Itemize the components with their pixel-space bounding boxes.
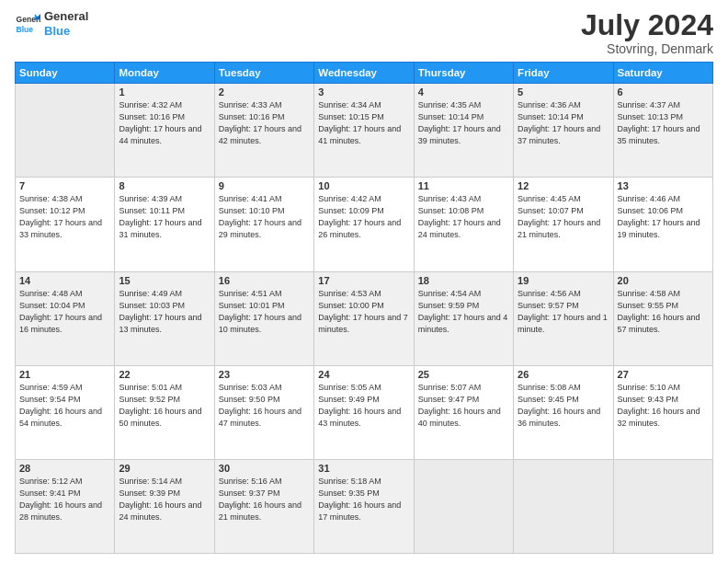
day-number: 26 — [518, 369, 609, 380]
calendar-cell: 14Sunrise: 4:48 AMSunset: 10:04 PMDaylig… — [16, 271, 115, 365]
weekday-header: Friday — [514, 63, 613, 84]
calendar-cell: 6Sunrise: 4:37 AMSunset: 10:13 PMDayligh… — [613, 84, 712, 178]
day-number: 2 — [219, 86, 310, 98]
month-title: July 2024 — [581, 9, 713, 41]
day-info: Sunrise: 4:53 AMSunset: 10:00 PMDaylight… — [318, 288, 409, 336]
day-info: Sunrise: 4:54 AMSunset: 9:59 PMDaylight:… — [418, 288, 509, 336]
calendar-cell: 31Sunrise: 5:18 AMSunset: 9:35 PMDayligh… — [314, 459, 414, 553]
day-number: 23 — [219, 369, 310, 380]
calendar-cell: 18Sunrise: 4:54 AMSunset: 9:59 PMDayligh… — [414, 271, 513, 365]
day-info: Sunrise: 4:49 AMSunset: 10:03 PMDaylight… — [119, 288, 210, 336]
day-number: 8 — [119, 180, 210, 191]
day-number: 9 — [219, 180, 310, 191]
day-info: Sunrise: 5:14 AMSunset: 9:39 PMDaylight:… — [119, 476, 210, 523]
calendar-cell: 26Sunrise: 5:08 AMSunset: 9:45 PMDayligh… — [514, 365, 613, 459]
day-info: Sunrise: 5:12 AMSunset: 9:41 PMDaylight:… — [19, 476, 110, 523]
logo-general: General — [44, 9, 88, 24]
weekday-header: Sunday — [16, 63, 115, 84]
day-info: Sunrise: 5:18 AMSunset: 9:35 PMDaylight:… — [318, 476, 409, 523]
calendar-cell: 3Sunrise: 4:34 AMSunset: 10:15 PMDayligh… — [314, 84, 414, 178]
calendar-cell: 4Sunrise: 4:35 AMSunset: 10:14 PMDayligh… — [414, 84, 513, 178]
day-number: 6 — [618, 86, 709, 98]
calendar-cell: 20Sunrise: 4:58 AMSunset: 9:55 PMDayligh… — [613, 271, 712, 365]
calendar-cell: 25Sunrise: 5:07 AMSunset: 9:47 PMDayligh… — [414, 365, 513, 459]
day-number: 12 — [518, 180, 609, 191]
day-info: Sunrise: 4:35 AMSunset: 10:14 PMDaylight… — [418, 99, 509, 147]
page: General Blue General Blue July 2024 Stov… — [0, 0, 728, 563]
weekday-header: Saturday — [613, 63, 712, 84]
calendar-cell: 9Sunrise: 4:41 AMSunset: 10:10 PMDayligh… — [214, 178, 313, 271]
day-number: 21 — [19, 369, 110, 380]
day-info: Sunrise: 4:42 AMSunset: 10:09 PMDaylight… — [318, 193, 409, 241]
calendar-cell: 29Sunrise: 5:14 AMSunset: 9:39 PMDayligh… — [115, 459, 214, 553]
calendar-cell: 23Sunrise: 5:03 AMSunset: 9:50 PMDayligh… — [214, 365, 313, 459]
weekday-header: Tuesday — [214, 63, 313, 84]
day-number: 31 — [318, 463, 409, 474]
day-info: Sunrise: 5:05 AMSunset: 9:49 PMDaylight:… — [318, 382, 409, 430]
day-info: Sunrise: 5:08 AMSunset: 9:45 PMDaylight:… — [518, 382, 609, 430]
day-number: 22 — [119, 369, 210, 380]
day-number: 14 — [19, 275, 110, 286]
day-info: Sunrise: 4:36 AMSunset: 10:14 PMDaylight… — [518, 99, 609, 147]
day-number: 4 — [418, 86, 509, 98]
day-info: Sunrise: 4:58 AMSunset: 9:55 PMDaylight:… — [618, 288, 709, 336]
day-number: 28 — [19, 463, 110, 474]
day-number: 25 — [418, 369, 509, 380]
calendar-cell — [414, 459, 513, 553]
day-info: Sunrise: 5:03 AMSunset: 9:50 PMDaylight:… — [219, 382, 310, 430]
day-info: Sunrise: 4:51 AMSunset: 10:01 PMDaylight… — [219, 288, 310, 336]
calendar-table: SundayMondayTuesdayWednesdayThursdayFrid… — [15, 62, 713, 554]
day-info: Sunrise: 4:38 AMSunset: 10:12 PMDaylight… — [19, 193, 110, 241]
logo-icon: General Blue — [15, 11, 40, 37]
calendar-cell: 30Sunrise: 5:16 AMSunset: 9:37 PMDayligh… — [214, 459, 313, 553]
day-number: 27 — [618, 369, 709, 380]
logo-blue: Blue — [44, 24, 88, 39]
calendar-cell: 24Sunrise: 5:05 AMSunset: 9:49 PMDayligh… — [314, 365, 414, 459]
day-info: Sunrise: 4:39 AMSunset: 10:11 PMDaylight… — [119, 193, 210, 241]
calendar-cell: 13Sunrise: 4:46 AMSunset: 10:06 PMDaylig… — [613, 178, 712, 271]
calendar-cell: 12Sunrise: 4:45 AMSunset: 10:07 PMDaylig… — [514, 178, 613, 271]
day-number: 3 — [318, 86, 409, 98]
day-number: 1 — [119, 86, 210, 98]
day-info: Sunrise: 4:32 AMSunset: 10:16 PMDaylight… — [119, 99, 210, 147]
day-info: Sunrise: 4:41 AMSunset: 10:10 PMDaylight… — [219, 193, 310, 241]
calendar-cell: 27Sunrise: 5:10 AMSunset: 9:43 PMDayligh… — [613, 365, 712, 459]
calendar-cell: 2Sunrise: 4:33 AMSunset: 10:16 PMDayligh… — [214, 84, 313, 178]
day-number: 30 — [219, 463, 310, 474]
day-info: Sunrise: 4:46 AMSunset: 10:06 PMDaylight… — [618, 193, 709, 241]
location-subtitle: Stovring, Denmark — [581, 41, 713, 56]
day-info: Sunrise: 4:48 AMSunset: 10:04 PMDaylight… — [19, 288, 110, 336]
day-number: 5 — [518, 86, 609, 98]
calendar-cell: 1Sunrise: 4:32 AMSunset: 10:16 PMDayligh… — [115, 84, 214, 178]
day-info: Sunrise: 4:59 AMSunset: 9:54 PMDaylight:… — [19, 382, 110, 430]
day-number: 15 — [119, 275, 210, 286]
day-info: Sunrise: 5:10 AMSunset: 9:43 PMDaylight:… — [618, 382, 709, 430]
day-info: Sunrise: 5:16 AMSunset: 9:37 PMDaylight:… — [219, 476, 310, 523]
calendar-cell: 11Sunrise: 4:43 AMSunset: 10:08 PMDaylig… — [414, 178, 513, 271]
day-number: 11 — [418, 180, 509, 191]
weekday-header: Wednesday — [314, 63, 414, 84]
day-info: Sunrise: 5:07 AMSunset: 9:47 PMDaylight:… — [418, 382, 509, 430]
day-info: Sunrise: 4:37 AMSunset: 10:13 PMDaylight… — [618, 99, 709, 147]
calendar-cell: 22Sunrise: 5:01 AMSunset: 9:52 PMDayligh… — [115, 365, 214, 459]
logo: General Blue General Blue — [15, 9, 88, 38]
calendar-cell: 28Sunrise: 5:12 AMSunset: 9:41 PMDayligh… — [16, 459, 115, 553]
day-number: 16 — [219, 275, 310, 286]
calendar-cell — [514, 459, 613, 553]
day-info: Sunrise: 5:01 AMSunset: 9:52 PMDaylight:… — [119, 382, 210, 430]
day-info: Sunrise: 4:43 AMSunset: 10:08 PMDaylight… — [418, 193, 509, 241]
svg-text:Blue: Blue — [17, 25, 34, 34]
day-info: Sunrise: 4:33 AMSunset: 10:16 PMDaylight… — [219, 99, 310, 147]
weekday-header: Thursday — [414, 63, 513, 84]
day-number: 20 — [618, 275, 709, 286]
calendar-cell — [613, 459, 712, 553]
day-number: 7 — [19, 180, 110, 191]
day-number: 17 — [318, 275, 409, 286]
calendar-cell: 8Sunrise: 4:39 AMSunset: 10:11 PMDayligh… — [115, 178, 214, 271]
calendar-cell: 7Sunrise: 4:38 AMSunset: 10:12 PMDayligh… — [16, 178, 115, 271]
calendar-cell: 10Sunrise: 4:42 AMSunset: 10:09 PMDaylig… — [314, 178, 414, 271]
day-number: 19 — [518, 275, 609, 286]
calendar-cell: 21Sunrise: 4:59 AMSunset: 9:54 PMDayligh… — [16, 365, 115, 459]
day-number: 10 — [318, 180, 409, 191]
day-info: Sunrise: 4:56 AMSunset: 9:57 PMDaylight:… — [518, 288, 609, 336]
